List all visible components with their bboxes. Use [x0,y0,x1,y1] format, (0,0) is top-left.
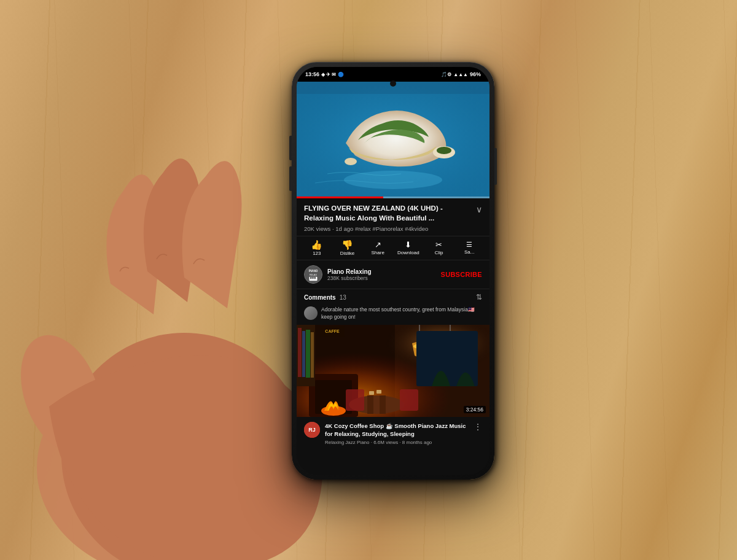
save-icon: ☰ [466,241,472,248]
next-channel-avatar: RJ [304,422,320,438]
video-progress-fill [297,196,383,198]
next-video-menu-button[interactable]: ⋮ [474,422,482,432]
bluetooth-icon: 🎵⚙ [441,72,451,77]
coffee-shop-scene: CAFFE [297,325,489,417]
svg-rect-28 [400,389,418,411]
save-button[interactable]: ☰ Sa... [454,241,485,255]
next-video-meta: Relaxing Jazz Piano · 6.6M views · 8 mon… [325,440,469,445]
clip-button[interactable]: ✂ Clip [424,241,454,255]
status-time: 13:56 [305,71,319,77]
svg-text:CAFFE: CAFFE [325,329,340,333]
svg-point-5 [344,171,442,189]
comments-label: Comments [304,294,336,301]
status-bar: 13:56 ◈ ✈ ✉ 🔵 🎵⚙ ▲▲▲ 96% [297,67,489,82]
svg-rect-39 [306,330,310,378]
svg-rect-16 [314,277,316,279]
share-label: Share [372,250,384,255]
like-button[interactable]: 👍 123 [302,240,332,256]
next-video-title: 4K Cozy Coffee Shop ☕ Smooth Piano Jazz … [325,422,469,438]
video-title-row: FLYING OVER NEW ZEALAND (4K UHD) - Relax… [297,198,489,225]
next-video-thumbnail[interactable]: CAFFE 3:24:56 [297,325,489,417]
status-icons: ◈ ✈ ✉ 🔵 [321,72,344,77]
wifi-icon: ▲▲▲ [453,72,468,77]
svg-rect-26 [380,395,386,414]
svg-rect-40 [311,332,314,378]
save-label: Sa... [464,249,474,255]
channel-info: Piano Relaxing 238K subscribers [327,268,436,281]
island-scene-svg [297,82,489,198]
action-buttons-row: 👍 123 👎 Dislike ↗ Share ⬇ Download [297,236,489,260]
subscribe-button[interactable]: SUBSCRIBE [441,271,483,278]
phone-device: 13:56 ◈ ✈ ✉ 🔵 🎵⚙ ▲▲▲ 96% [292,62,494,480]
status-left: 13:56 ◈ ✈ ✉ 🔵 [305,71,344,77]
commenter-avatar [304,306,318,320]
comment-text: Adorable nature the most southest countr… [321,306,482,321]
comments-header[interactable]: Comments 13 ⇅ [304,293,482,301]
svg-rect-34 [369,391,374,395]
share-button[interactable]: ↗ Share [362,241,393,255]
dislike-button[interactable]: 👎 Dislike [332,240,363,256]
svg-rect-38 [302,331,305,377]
next-video-duration: 3:24:56 [464,406,486,413]
video-content-area: FLYING OVER NEW ZEALAND (4K UHD) - Relax… [297,198,489,450]
video-thumbnail[interactable] [297,82,489,198]
download-icon: ⬇ [405,241,411,249]
svg-rect-25 [367,395,373,414]
svg-rect-15 [313,277,314,279]
comments-expand-icon[interactable]: ⇅ [476,293,482,301]
like-icon: 👍 [311,240,322,249]
next-video-details: 4K Cozy Coffee Shop ☕ Smooth Piano Jazz … [325,422,469,445]
video-title: FLYING OVER NEW ZEALAND (4K UHD) - Relax… [304,203,472,223]
channel-row: PIANO RELAX Piano Relaxing 238K subscrib… [297,260,489,289]
expand-icon[interactable]: ∨ [476,204,482,214]
dislike-icon: 👎 [341,240,353,249]
download-label: Download [397,250,419,255]
svg-rect-14 [310,277,311,279]
comments-section: Comments 13 ⇅ Adorable nature the most s… [297,289,489,325]
status-right: 🎵⚙ ▲▲▲ 96% [441,71,481,77]
video-meta: 20K views · 1d ago #relax #Pianorelax #4… [297,225,489,236]
download-button[interactable]: ⬇ Download [393,241,424,255]
channel-avatar: PIANO RELAX [304,265,322,284]
dislike-label: Dislike [340,251,355,256]
comments-count: 13 [340,294,346,301]
clip-icon: ✂ [435,241,442,249]
battery-level: 96% [470,71,481,77]
camera-notch [390,80,396,87]
svg-text:PIANO: PIANO [309,270,318,273]
like-count: 123 [313,251,321,256]
svg-text:RJ: RJ [308,427,316,433]
svg-rect-37 [298,328,302,377]
clip-label: Clip [435,250,443,255]
share-icon: ↗ [375,241,381,249]
svg-rect-27 [346,389,364,411]
svg-text:RELAX: RELAX [310,274,318,276]
svg-rect-35 [376,390,381,394]
svg-point-7 [437,147,451,154]
channel-name: Piano Relaxing [327,268,436,275]
video-progress-bar[interactable] [297,196,489,198]
next-video-info: RJ 4K Cozy Coffee Shop ☕ Smooth Piano Ja… [297,417,489,450]
channel-subscribers: 238K subscribers [327,275,436,281]
svg-point-8 [345,158,357,165]
comment-item: Adorable nature the most southest countr… [304,306,482,321]
